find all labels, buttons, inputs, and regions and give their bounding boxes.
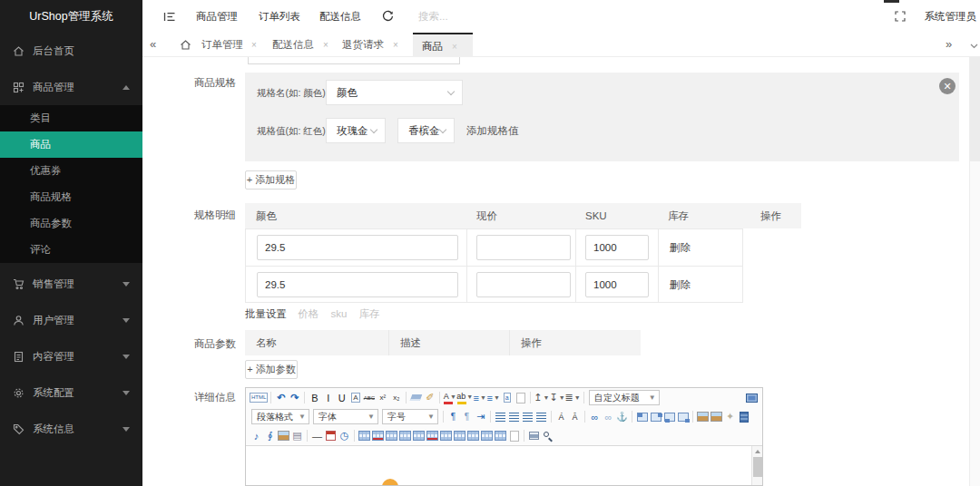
img-bl-icon[interactable] <box>662 410 676 424</box>
delete-row-link[interactable]: 删除 <box>670 229 691 266</box>
close-icon[interactable]: × <box>393 33 398 57</box>
close-icon[interactable]: × <box>251 33 257 57</box>
editor-scrollbar[interactable] <box>751 446 762 486</box>
scroll-up-icon[interactable] <box>752 446 762 456</box>
main-scroll-thumb[interactable] <box>970 57 980 161</box>
cell-props-icon[interactable] <box>398 429 412 443</box>
batch-stock-link[interactable]: 库存 <box>359 308 380 319</box>
add-param-button[interactable]: + 添加参数 <box>245 360 298 379</box>
font-box-icon[interactable]: A <box>348 391 362 405</box>
tabs-scroll-left[interactable]: « <box>150 33 156 56</box>
search-input[interactable] <box>418 7 518 25</box>
italic-icon[interactable]: I <box>321 391 335 405</box>
margin-bottom-icon[interactable]: ↧▼ <box>549 391 564 405</box>
fullscreen-icon[interactable] <box>895 11 906 22</box>
anchor-icon[interactable]: ⚓ <box>615 410 629 424</box>
upper-icon[interactable]: Á <box>554 410 568 424</box>
editor-content[interactable] <box>246 446 762 486</box>
preview-icon[interactable] <box>541 429 554 443</box>
delete-row-link[interactable]: 删除 <box>670 267 691 303</box>
music-icon[interactable]: ♪ <box>250 429 263 443</box>
table-props-icon[interactable] <box>385 429 398 443</box>
hr-icon[interactable]: — <box>310 429 324 443</box>
lower-icon[interactable]: Â <box>568 410 582 424</box>
page-icon[interactable] <box>514 391 527 405</box>
attach-icon[interactable]: ∮ <box>263 429 277 443</box>
img-tl-icon[interactable] <box>635 410 649 424</box>
print-icon[interactable] <box>527 429 541 443</box>
unlink-icon[interactable]: ∞ <box>602 410 615 424</box>
tab[interactable]: 配送信息 <box>272 33 314 57</box>
row-delete-icon[interactable] <box>466 429 480 443</box>
close-icon[interactable]: × <box>452 34 457 59</box>
underline-icon[interactable]: U <box>335 391 348 405</box>
batch-sku-link[interactable]: sku <box>330 308 347 319</box>
topbar-link-orders[interactable]: 订单列表 <box>259 0 300 33</box>
sidebar-subitem-4[interactable]: 商品参数 <box>0 210 142 237</box>
sidebar-item-system-info[interactable]: 系统信息 <box>0 411 142 447</box>
align-justify-icon[interactable] <box>534 410 548 424</box>
screen-icon[interactable] <box>745 391 759 405</box>
col-delete-icon[interactable] <box>480 429 494 443</box>
col-insert-right-icon[interactable] <box>453 429 466 443</box>
align-right-icon[interactable] <box>521 410 534 424</box>
pilcrow-ltr-icon[interactable]: ¶ <box>446 410 460 424</box>
spec-name-select[interactable]: 颜色 <box>326 80 463 105</box>
clock-icon[interactable]: ◷ <box>338 429 351 443</box>
image-icon[interactable] <box>696 410 710 424</box>
row-insert-below-icon[interactable] <box>426 429 439 443</box>
table-icon[interactable] <box>358 429 371 443</box>
menu-fold-icon[interactable] <box>163 11 175 23</box>
sidebar-item-user-mgmt[interactable]: 用户管理 <box>0 302 142 338</box>
sidebar-item-content-mgmt[interactable]: 内容管理 <box>0 338 142 374</box>
sidebar-subitem-selected[interactable]: 商品 <box>0 131 142 158</box>
flash-icon[interactable]: ✦ <box>723 410 737 424</box>
tab[interactable]: 订单管理 <box>201 33 243 57</box>
redo-icon[interactable]: ↷ <box>288 391 301 405</box>
align-left-icon[interactable] <box>494 410 507 424</box>
tab[interactable]: 退货请求 <box>342 33 384 57</box>
ul-icon[interactable]: ≡▼ <box>486 391 500 405</box>
editor-select-size[interactable]: 字号▼ <box>382 409 438 424</box>
picture-icon[interactable] <box>277 429 290 443</box>
spec-value-select-2[interactable]: 香槟金 <box>397 118 455 143</box>
editor-select-font[interactable]: 字体▼ <box>313 409 378 424</box>
strike-icon[interactable]: ABC <box>362 391 376 405</box>
tabs-scroll-right[interactable]: » <box>946 33 952 56</box>
cell-merge-icon[interactable] <box>494 429 507 443</box>
media-icon[interactable] <box>737 410 750 424</box>
sku-input[interactable] <box>585 272 649 297</box>
spec-value-select-1[interactable]: 玫瑰金 <box>326 118 386 143</box>
sidebar-item-sales-mgmt[interactable]: 销售管理 <box>0 266 142 302</box>
table-delete-icon[interactable] <box>371 429 385 443</box>
price-input[interactable] <box>476 235 571 260</box>
undo-icon[interactable]: ↶ <box>274 391 288 405</box>
blank-icon[interactable] <box>507 429 521 443</box>
line-height-icon[interactable]: ≣▼ <box>565 391 581 405</box>
sku-input[interactable] <box>585 235 649 260</box>
current-user[interactable]: 系统管理员 <box>925 0 977 33</box>
topbar-link-products[interactable]: 商品管理 <box>196 0 238 33</box>
close-icon[interactable]: × <box>323 33 328 57</box>
col-insert-left-icon[interactable] <box>439 429 453 443</box>
sub-icon[interactable]: x₂ <box>389 391 403 405</box>
sidebar-subitem-2[interactable]: 优惠券 <box>0 158 142 184</box>
add-spec-value-link[interactable]: 添加规格值 <box>466 118 519 143</box>
calendar-icon[interactable] <box>324 429 338 443</box>
sidebar-subitem-3[interactable]: 商品规格 <box>0 184 142 210</box>
editor-select-paragraph[interactable]: 段落格式▼ <box>251 409 309 424</box>
topbar-link-delivery[interactable]: 配送信息 <box>319 0 361 33</box>
brush-icon[interactable]: ✐ <box>423 391 436 405</box>
img-tr-icon[interactable] <box>649 410 662 424</box>
indent-icon[interactable]: ⇥ <box>474 410 487 424</box>
sidebar-subitem-5[interactable]: 评论 <box>0 237 142 263</box>
sidebar-item-system-config[interactable]: 系统配置 <box>0 374 142 411</box>
tab-active[interactable]: 商品× <box>413 33 473 57</box>
sidebar-subitem-0[interactable]: 类目 <box>0 105 142 131</box>
font-color-icon[interactable]: A▼ <box>443 391 456 405</box>
tab-home-icon[interactable] <box>180 39 191 51</box>
ol-icon[interactable]: ≡▼ <box>473 391 486 405</box>
sup-icon[interactable]: x² <box>376 391 389 405</box>
quote-box-icon[interactable]: a <box>500 391 514 405</box>
price-input[interactable] <box>476 272 571 297</box>
